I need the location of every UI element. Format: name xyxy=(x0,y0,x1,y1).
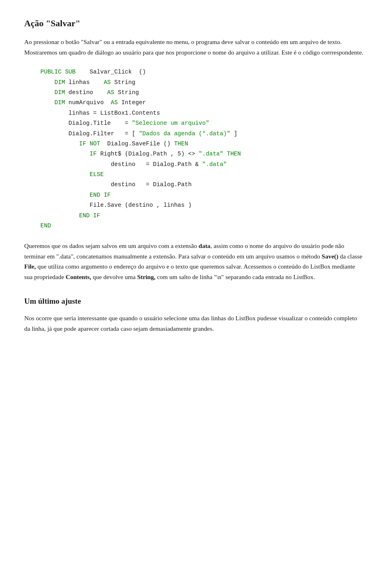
section2-title: Um último ajuste xyxy=(24,295,364,307)
code-block: PUBLIC SUB Salvar_Click () DIM linhas AS… xyxy=(40,67,364,231)
section2-paragraph: Nos ocorre que seria interessante que qu… xyxy=(24,313,364,334)
outro-paragraph-1: Queremos que os dados sejam salvos em um… xyxy=(24,241,364,282)
intro-paragraph: Ao pressionar o botão "Salvar" ou a entr… xyxy=(24,37,364,57)
page-title: Ação "Salvar" xyxy=(24,16,364,30)
